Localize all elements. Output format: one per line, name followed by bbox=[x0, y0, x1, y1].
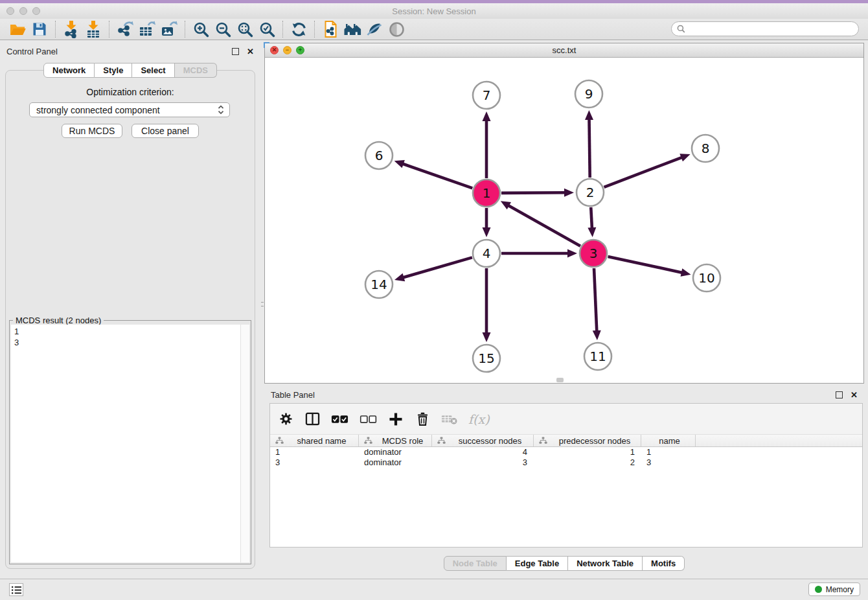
mcds-result-text[interactable]: 1 3 bbox=[11, 325, 240, 562]
column-header-predecessor-nodes[interactable]: predecessor nodes bbox=[534, 435, 641, 446]
export-image-icon[interactable] bbox=[158, 19, 180, 39]
function-builder-icon[interactable]: f(x) bbox=[468, 410, 490, 429]
hide-graphics-details-icon[interactable] bbox=[385, 19, 407, 39]
network-graph[interactable]: 1234678910111415 bbox=[265, 58, 863, 383]
close-window-button[interactable] bbox=[6, 7, 14, 15]
close-panel-button[interactable]: Close panel bbox=[131, 124, 199, 138]
graph-node-7[interactable]: 7 bbox=[473, 82, 500, 109]
graph-node-2[interactable]: 2 bbox=[577, 179, 604, 206]
graph-edge-2-3[interactable] bbox=[588, 207, 596, 237]
hierarchy-icon bbox=[437, 437, 446, 444]
svg-text:14: 14 bbox=[371, 277, 387, 292]
select-all-icon[interactable] bbox=[331, 410, 348, 429]
network-window-title: scc.txt bbox=[553, 45, 577, 55]
criterion-dropdown[interactable]: strongly connected component bbox=[29, 102, 230, 117]
network-minimize-button[interactable]: − bbox=[283, 46, 291, 54]
tab-node-table[interactable]: Node Table bbox=[444, 556, 507, 571]
zoom-selected-icon[interactable] bbox=[256, 19, 278, 39]
graph-node-3[interactable]: 3 bbox=[580, 240, 607, 267]
search-input[interactable] bbox=[689, 24, 853, 34]
float-table-panel-icon[interactable] bbox=[836, 391, 843, 398]
toolbar-separator bbox=[282, 21, 283, 38]
tab-edge-table[interactable]: Edge Table bbox=[507, 556, 568, 571]
table-row[interactable]: 1dominator411 bbox=[270, 447, 862, 457]
network-canvas[interactable]: 1234678910111415 bbox=[265, 58, 863, 383]
float-panel-icon[interactable] bbox=[232, 48, 239, 55]
column-header-shared-name[interactable]: shared name bbox=[270, 435, 359, 446]
import-table-icon[interactable] bbox=[82, 19, 104, 39]
export-network-icon[interactable] bbox=[114, 19, 136, 39]
network-zoom-button[interactable]: + bbox=[296, 46, 304, 54]
tab-network-table[interactable]: Network Table bbox=[568, 556, 643, 571]
split-view-icon[interactable] bbox=[304, 410, 320, 429]
graph-edge-1-4[interactable] bbox=[483, 208, 491, 237]
add-row-icon[interactable] bbox=[388, 410, 404, 429]
tab-select[interactable]: Select bbox=[132, 63, 174, 78]
search-field[interactable] bbox=[671, 21, 859, 36]
graph-node-6[interactable]: 6 bbox=[365, 142, 393, 169]
mcds-result-scrollbar[interactable] bbox=[240, 325, 249, 562]
zoom-window-button[interactable] bbox=[32, 7, 40, 15]
graph-edge-1-7[interactable] bbox=[483, 111, 491, 178]
svg-text:10: 10 bbox=[698, 270, 714, 286]
delete-row-icon[interactable] bbox=[415, 410, 430, 429]
graph-node-9[interactable]: 9 bbox=[575, 80, 602, 108]
show-graphics-details-icon[interactable] bbox=[363, 19, 385, 39]
svg-text:15: 15 bbox=[478, 351, 494, 366]
svg-text:2: 2 bbox=[586, 185, 595, 200]
graph-edge-1-2[interactable] bbox=[501, 189, 574, 197]
clone-network-icon[interactable] bbox=[319, 19, 341, 39]
column-header-MCDS-role[interactable]: MCDS role bbox=[359, 435, 432, 446]
close-panel-icon[interactable]: ✕ bbox=[247, 48, 254, 55]
refresh-network-icon[interactable] bbox=[288, 19, 310, 39]
titlebar[interactable]: Session: New Session bbox=[0, 3, 868, 19]
network-view-window[interactable]: ✕ − + scc.txt 1234678910111415 bbox=[264, 43, 864, 384]
graph-edge-4-14[interactable] bbox=[394, 257, 472, 281]
column-settings-icon[interactable] bbox=[278, 410, 293, 429]
zoom-fit-icon[interactable] bbox=[234, 19, 256, 39]
column-header-name[interactable]: name bbox=[641, 435, 696, 446]
tab-network[interactable]: Network bbox=[43, 63, 95, 78]
save-session-icon[interactable] bbox=[29, 19, 51, 39]
criterion-value: strongly connected component bbox=[36, 105, 218, 115]
svg-text:7: 7 bbox=[483, 87, 491, 103]
deselect-all-icon[interactable] bbox=[360, 410, 377, 429]
graph-node-15[interactable]: 15 bbox=[473, 345, 500, 372]
graph-edge-2-9[interactable] bbox=[585, 110, 593, 178]
network-window-titlebar[interactable]: ✕ − + scc.txt bbox=[265, 43, 863, 58]
graph-edge-4-15[interactable] bbox=[483, 268, 491, 342]
tab-style[interactable]: Style bbox=[95, 63, 132, 78]
tab-motifs[interactable]: Motifs bbox=[643, 556, 685, 571]
zoom-in-icon[interactable] bbox=[190, 19, 212, 39]
graph-node-1[interactable]: 1 bbox=[473, 179, 500, 207]
minimize-window-button[interactable] bbox=[19, 7, 27, 15]
graph-edge-3-1[interactable] bbox=[501, 201, 580, 246]
network-close-button[interactable]: ✕ bbox=[270, 46, 279, 54]
graph-node-11[interactable]: 11 bbox=[584, 343, 611, 370]
graph-edge-2-8[interactable] bbox=[604, 154, 690, 187]
tab-mcds[interactable]: MCDS bbox=[175, 63, 217, 78]
run-mcds-button[interactable]: Run MCDS bbox=[62, 124, 122, 138]
graph-node-10[interactable]: 10 bbox=[693, 264, 720, 292]
export-table-icon[interactable] bbox=[136, 19, 158, 39]
task-list-button[interactable] bbox=[9, 583, 23, 596]
graph-edge-3-10[interactable] bbox=[608, 257, 691, 277]
canvas-resize-grip[interactable] bbox=[556, 378, 564, 382]
list-icon bbox=[11, 585, 22, 595]
graph-edge-3-11[interactable] bbox=[593, 268, 601, 340]
toolbar-separator bbox=[314, 21, 315, 38]
graph-node-8[interactable]: 8 bbox=[692, 135, 719, 162]
import-network-icon[interactable] bbox=[60, 19, 82, 39]
delete-table-icon[interactable] bbox=[441, 410, 457, 429]
zoom-out-icon[interactable] bbox=[212, 19, 234, 39]
open-session-icon[interactable] bbox=[6, 19, 29, 39]
graph-edge-1-6[interactable] bbox=[394, 160, 473, 188]
graph-node-4[interactable]: 4 bbox=[473, 240, 500, 267]
home-icon[interactable] bbox=[341, 19, 363, 39]
graph-node-14[interactable]: 14 bbox=[365, 271, 393, 298]
column-header-successor-nodes[interactable]: successor nodes bbox=[432, 435, 534, 446]
table-row[interactable]: 3dominator323 bbox=[270, 457, 862, 468]
graph-edge-4-3[interactable] bbox=[501, 249, 577, 258]
memory-button[interactable]: Memory bbox=[808, 583, 860, 596]
close-table-panel-icon[interactable]: ✕ bbox=[851, 391, 858, 398]
